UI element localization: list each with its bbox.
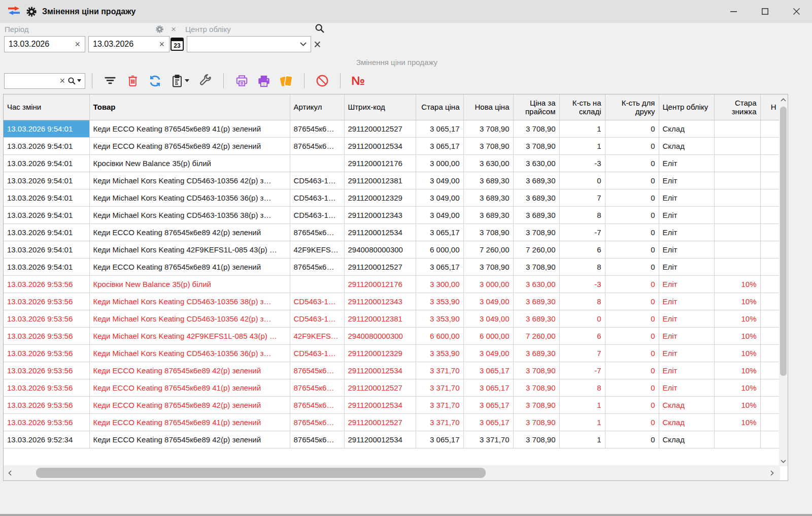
cell-qty-stock[interactable]: -3 [559, 154, 605, 172]
cell-product[interactable]: Кеди ECCO Keating 876545к6е89 42(р) зеле… [89, 362, 290, 379]
cell-price-list[interactable]: 3 708,90 [513, 137, 559, 154]
cell-old-price[interactable]: 3 300,00 [416, 275, 463, 293]
cell-center[interactable]: Еліт [659, 241, 714, 258]
cell-qty-print[interactable]: 0 [605, 223, 659, 241]
cell-qty-print[interactable]: 0 [605, 293, 659, 310]
cell-center[interactable]: Еліт [659, 172, 714, 189]
cell-old-discount[interactable] [714, 154, 760, 172]
cell-product[interactable]: Кеди Michael Kors Keating CD5463-10356 4… [89, 172, 290, 189]
cell-qty-stock[interactable]: 8 [559, 293, 605, 310]
cell-next-cut[interactable] [760, 396, 780, 413]
price-tags-button[interactable] [278, 73, 294, 89]
cell-old-discount[interactable]: 10% [714, 293, 760, 310]
column-header-barcode[interactable]: Штрих-код [344, 94, 416, 120]
cell-old-price[interactable]: 3 371,70 [416, 396, 463, 413]
cell-center[interactable]: Еліт [659, 258, 714, 275]
cell-new-price[interactable]: 3 689,30 [463, 189, 513, 206]
quick-search-clear-icon[interactable]: × [57, 76, 67, 85]
cell-product[interactable]: Кеди Michael Kors Keating CD5463-10356 3… [89, 344, 290, 362]
cell-price-list[interactable]: 7 260,00 [513, 241, 559, 258]
cell-barcode[interactable]: 2911200012534 [344, 362, 416, 379]
delete-button[interactable] [124, 73, 141, 89]
cell-time[interactable]: 13.03.2026 9:54:01 [4, 120, 89, 137]
cell-price-list[interactable]: 3 708,90 [513, 362, 559, 379]
cell-old-discount[interactable] [714, 137, 760, 154]
cell-next-cut[interactable] [760, 206, 780, 223]
cell-product[interactable]: Кеди Michael Kors Keating CD5463-10356 3… [89, 206, 290, 223]
vertical-scrollbar[interactable] [779, 94, 788, 466]
cell-qty-stock[interactable]: 1 [559, 431, 605, 448]
cell-new-price[interactable]: 3 371,70 [463, 431, 513, 448]
cell-time[interactable]: 13.03.2026 9:54:01 [4, 206, 89, 223]
cell-article[interactable]: 876545к6… [290, 431, 344, 448]
cell-price-list[interactable]: 3 689,30 [513, 293, 559, 310]
cell-barcode[interactable]: 2911200012343 [344, 293, 416, 310]
cell-center[interactable]: Еліт [659, 275, 714, 293]
cancel-button[interactable] [314, 73, 330, 89]
cell-new-price[interactable]: 3 708,90 [463, 258, 513, 275]
cell-new-price[interactable]: 3 708,90 [463, 120, 513, 137]
cell-price-list[interactable]: 3 630,00 [513, 275, 559, 293]
cell-old-discount[interactable] [714, 120, 760, 137]
cell-next-cut[interactable] [760, 241, 780, 258]
cell-time[interactable]: 13.03.2026 9:53:56 [4, 413, 89, 431]
column-header-qty-stock[interactable]: К-сть на складі [559, 94, 605, 120]
cell-center[interactable]: Еліт [659, 327, 714, 344]
cell-barcode[interactable]: 2911200012343 [344, 206, 416, 223]
cell-price-list[interactable]: 3 689,30 [513, 172, 559, 189]
column-header-price-list[interactable]: Ціна за прайсом [513, 94, 559, 120]
cell-old-discount[interactable]: 10% [714, 327, 760, 344]
column-header-next-cut[interactable]: Н [760, 94, 780, 120]
cell-article[interactable]: CD5463-1… [290, 293, 344, 310]
cell-qty-stock[interactable]: 0 [559, 172, 605, 189]
cell-next-cut[interactable] [760, 362, 780, 379]
cell-old-price[interactable]: 3 065,17 [416, 223, 463, 241]
date-to-input[interactable] [89, 40, 154, 49]
cell-article[interactable]: 876545к6… [290, 379, 344, 396]
cell-qty-print[interactable]: 0 [605, 189, 659, 206]
cell-qty-stock[interactable]: 8 [559, 379, 605, 396]
cell-article[interactable]: 42F9KEFS… [290, 241, 344, 258]
cell-product[interactable]: Кеди Michael Kors Keating CD5463-10356 3… [89, 293, 290, 310]
cell-product[interactable]: Кеди ECCO Keating 876545к6е89 41(р) зеле… [89, 258, 290, 275]
date-to-clear-icon[interactable]: × [154, 40, 169, 49]
report-button[interactable] [169, 73, 191, 89]
cell-article[interactable]: CD5463-1… [290, 344, 344, 362]
cell-next-cut[interactable] [760, 310, 780, 327]
cell-next-cut[interactable] [760, 275, 780, 293]
cell-product[interactable]: Кросівки New Balance 35(р) білий [89, 275, 290, 293]
center-combobox[interactable] [187, 36, 311, 52]
cell-barcode[interactable]: 2911200012534 [344, 223, 416, 241]
cell-old-discount[interactable]: 10% [714, 379, 760, 396]
cell-qty-print[interactable]: 0 [605, 137, 659, 154]
cell-price-list[interactable]: 3 630,00 [513, 154, 559, 172]
cell-center[interactable]: Склад [659, 137, 714, 154]
cell-old-price[interactable]: 3 065,17 [416, 120, 463, 137]
cell-old-price[interactable]: 3 065,17 [416, 258, 463, 275]
cell-new-price[interactable]: 7 260,00 [463, 241, 513, 258]
scroll-right-button[interactable] [766, 465, 778, 480]
cell-qty-stock[interactable]: 1 [559, 120, 605, 137]
search-icon[interactable] [315, 23, 325, 34]
cell-barcode[interactable]: 2911200012534 [344, 396, 416, 413]
cell-center[interactable]: Склад [659, 431, 714, 448]
service-button[interactable] [197, 73, 214, 89]
cell-old-discount[interactable]: 10% [714, 310, 760, 327]
column-header-qty-print[interactable]: К-сть для друку [605, 94, 659, 120]
cell-center[interactable]: Еліт [659, 379, 714, 396]
cell-price-list[interactable]: 7 260,00 [513, 327, 559, 344]
cell-old-price[interactable]: 3 353,90 [416, 310, 463, 327]
cell-product[interactable]: Кеди ECCO Keating 876545к6е89 41(р) зеле… [89, 379, 290, 396]
scroll-up-button[interactable] [779, 94, 788, 105]
refresh-button[interactable] [147, 73, 163, 89]
cell-time[interactable]: 13.03.2026 9:54:01 [4, 189, 89, 206]
cell-barcode[interactable]: 2911200012176 [344, 154, 416, 172]
column-header-time[interactable]: Час зміни [4, 94, 89, 120]
print-preview-button[interactable] [233, 73, 250, 89]
date-from-input[interactable] [5, 40, 70, 49]
cell-center[interactable]: Склад [659, 120, 714, 137]
cell-qty-stock[interactable]: 7 [559, 344, 605, 362]
cell-article[interactable]: CD5463-1… [290, 310, 344, 327]
cell-product[interactable]: Кеди ECCO Keating 876545к6е89 42(р) зеле… [89, 431, 290, 448]
cell-price-list[interactable]: 3 708,90 [513, 223, 559, 241]
